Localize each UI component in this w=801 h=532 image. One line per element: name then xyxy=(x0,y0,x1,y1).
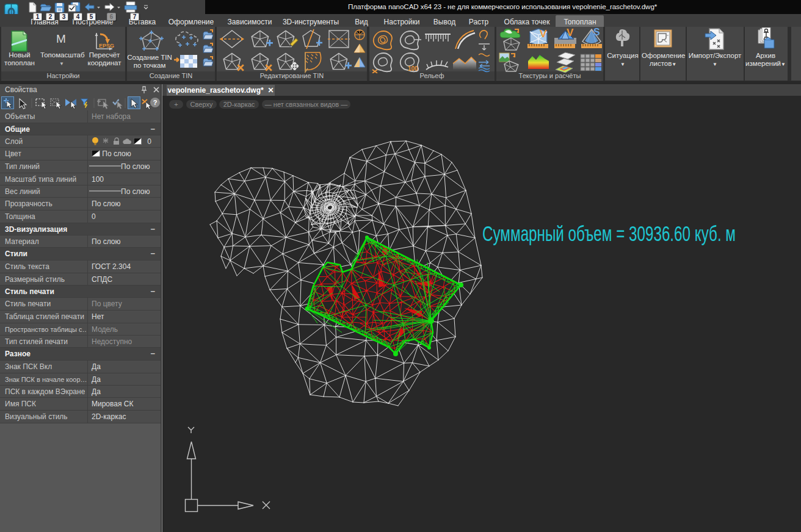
svg-text:100: 100 xyxy=(408,65,418,72)
svg-text:EPSG: EPSG xyxy=(99,43,114,49)
svg-text:?: ? xyxy=(153,99,158,106)
svg-text:Суммарный объем = 30936.60 куб: Суммарный объем = 30936.60 куб. м xyxy=(482,221,736,245)
